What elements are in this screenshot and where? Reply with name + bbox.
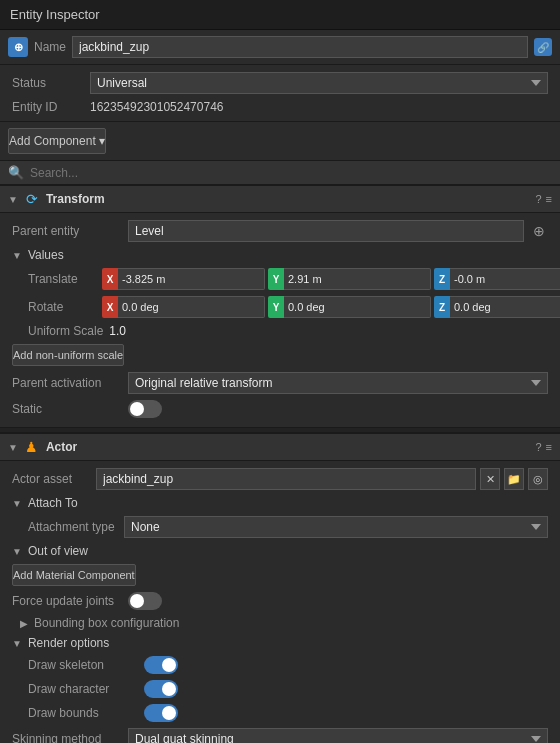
search-bar: 🔍 bbox=[0, 161, 560, 185]
rotate-xyz-group: X Y Z bbox=[102, 296, 560, 318]
transform-menu-icon[interactable]: ≡ bbox=[546, 193, 552, 205]
actor-asset-clear-button[interactable]: ✕ bbox=[480, 468, 500, 490]
rotate-y-tag: Y bbox=[268, 296, 284, 318]
attachment-type-row: Attachment type None bbox=[0, 513, 560, 541]
parent-activation-label: Parent activation bbox=[12, 376, 122, 390]
transform-help-icon[interactable]: ? bbox=[535, 193, 541, 205]
draw-bounds-label: Draw bounds bbox=[28, 706, 138, 720]
transform-section-header[interactable]: ▼ ⟳ Transform ? ≡ bbox=[0, 185, 560, 213]
name-input[interactable] bbox=[72, 36, 528, 58]
skinning-method-select[interactable]: Dual quat skinning bbox=[128, 728, 548, 743]
search-input[interactable] bbox=[30, 166, 552, 180]
uniform-scale-value: 1.0 bbox=[109, 324, 126, 338]
entity-id-value: 16235492301052470746 bbox=[90, 100, 223, 114]
actor-menu-icon[interactable]: ≡ bbox=[546, 441, 552, 453]
header-title: Entity Inspector bbox=[10, 7, 100, 22]
info-section: Status Universal Entity ID 1623549230105… bbox=[0, 65, 560, 122]
rotate-y-input[interactable] bbox=[284, 296, 431, 318]
rotate-z-field: Z bbox=[434, 296, 560, 318]
draw-skeleton-label: Draw skeleton bbox=[28, 658, 138, 672]
status-select[interactable]: Universal bbox=[90, 72, 548, 94]
translate-z-field: Z bbox=[434, 268, 560, 290]
draw-character-label: Draw character bbox=[28, 682, 138, 696]
actor-asset-input[interactable] bbox=[96, 468, 476, 490]
rotate-z-input[interactable] bbox=[450, 296, 560, 318]
transform-section-body: Parent entity ⊕ ▼ Values Translate X Y Z… bbox=[0, 213, 560, 427]
entity-inspector-header: Entity Inspector bbox=[0, 0, 560, 30]
render-options-arrow: ▼ bbox=[12, 638, 22, 649]
entity-id-label: Entity ID bbox=[12, 100, 82, 114]
parent-entity-input[interactable] bbox=[128, 220, 524, 242]
draw-skeleton-toggle[interactable] bbox=[144, 656, 178, 674]
skinning-method-label: Skinning method bbox=[12, 732, 122, 743]
actor-section-header[interactable]: ▼ ♟ Actor ? ≡ bbox=[0, 433, 560, 461]
add-non-uniform-button[interactable]: Add non-uniform scale bbox=[12, 344, 124, 366]
static-row: Static bbox=[0, 397, 560, 421]
actor-icon: ♟ bbox=[24, 439, 40, 455]
transform-collapse-arrow: ▼ bbox=[8, 194, 18, 205]
draw-character-knob bbox=[162, 682, 176, 696]
render-options-label: Render options bbox=[28, 636, 109, 650]
actor-asset-folder-button[interactable]: 📁 bbox=[504, 468, 524, 490]
translate-row: Translate X Y Z bbox=[0, 265, 560, 293]
entity-id-row: Entity ID 16235492301052470746 bbox=[0, 97, 560, 117]
draw-character-toggle[interactable] bbox=[144, 680, 178, 698]
add-component-button[interactable]: Add Component ▾ bbox=[8, 128, 106, 154]
draw-bounds-knob bbox=[162, 706, 176, 720]
transform-title: Transform bbox=[46, 192, 530, 206]
draw-skeleton-knob bbox=[162, 658, 176, 672]
uniform-scale-row: Uniform Scale 1.0 bbox=[0, 321, 560, 341]
static-label: Static bbox=[12, 402, 122, 416]
rotate-row: Rotate X Y Z bbox=[0, 293, 560, 321]
translate-y-input[interactable] bbox=[284, 268, 431, 290]
draw-skeleton-row: Draw skeleton bbox=[0, 653, 560, 677]
parent-activation-select[interactable]: Original relative transform bbox=[128, 372, 548, 394]
rotate-x-tag: X bbox=[102, 296, 118, 318]
search-icon: 🔍 bbox=[8, 165, 24, 180]
bounding-box-label: Bounding box configuration bbox=[34, 616, 179, 630]
attachment-type-select[interactable]: None bbox=[124, 516, 548, 538]
translate-x-input[interactable] bbox=[118, 268, 265, 290]
translate-x-field: X bbox=[102, 268, 265, 290]
actor-help-icon[interactable]: ? bbox=[535, 441, 541, 453]
actor-asset-target-button[interactable]: ◎ bbox=[528, 468, 548, 490]
force-update-joints-label: Force update joints bbox=[12, 594, 122, 608]
add-material-button[interactable]: Add Material Component bbox=[12, 564, 136, 586]
actor-asset-label: Actor asset bbox=[12, 472, 92, 486]
rotate-z-tag: Z bbox=[434, 296, 450, 318]
out-of-view-subheader: ▼ Out of view bbox=[0, 541, 560, 561]
static-toggle-knob bbox=[130, 402, 144, 416]
uniform-scale-label: Uniform Scale bbox=[28, 324, 103, 338]
parent-activation-row: Parent activation Original relative tran… bbox=[0, 369, 560, 397]
target-icon[interactable]: ⊕ bbox=[530, 222, 548, 240]
status-row: Status Universal bbox=[0, 69, 560, 97]
draw-bounds-row: Draw bounds bbox=[0, 701, 560, 725]
name-label: Name bbox=[34, 40, 66, 54]
attach-to-subheader: ▼ Attach To bbox=[0, 493, 560, 513]
out-of-view-label: Out of view bbox=[28, 544, 88, 558]
x-axis-tag: X bbox=[102, 268, 118, 290]
attach-to-collapse-arrow: ▼ bbox=[12, 498, 22, 509]
force-update-joints-toggle[interactable] bbox=[128, 592, 162, 610]
values-subheader: ▼ Values bbox=[0, 245, 560, 265]
rotate-x-input[interactable] bbox=[118, 296, 265, 318]
translate-z-input[interactable] bbox=[450, 268, 560, 290]
force-update-joints-knob bbox=[130, 594, 144, 608]
rotate-y-field: Y bbox=[268, 296, 431, 318]
link-icon[interactable]: 🔗 bbox=[534, 38, 552, 56]
name-row: ⊕ Name 🔗 bbox=[0, 30, 560, 65]
bounding-box-arrow[interactable]: ▶ bbox=[20, 618, 28, 629]
draw-character-row: Draw character bbox=[0, 677, 560, 701]
entity-icon: ⊕ bbox=[8, 37, 28, 57]
actor-section-body: Actor asset ✕ 📁 ◎ ▼ Attach To Attachment… bbox=[0, 461, 560, 743]
draw-bounds-toggle[interactable] bbox=[144, 704, 178, 722]
z-axis-tag: Z bbox=[434, 268, 450, 290]
attachment-type-label: Attachment type bbox=[28, 520, 118, 534]
y-axis-tag: Y bbox=[268, 268, 284, 290]
out-of-view-arrow: ▼ bbox=[12, 546, 22, 557]
static-toggle[interactable] bbox=[128, 400, 162, 418]
actor-collapse-arrow: ▼ bbox=[8, 442, 18, 453]
rotate-x-field: X bbox=[102, 296, 265, 318]
rotate-label: Rotate bbox=[28, 300, 98, 314]
bounding-box-row: ▶ Bounding box configuration bbox=[0, 613, 560, 633]
